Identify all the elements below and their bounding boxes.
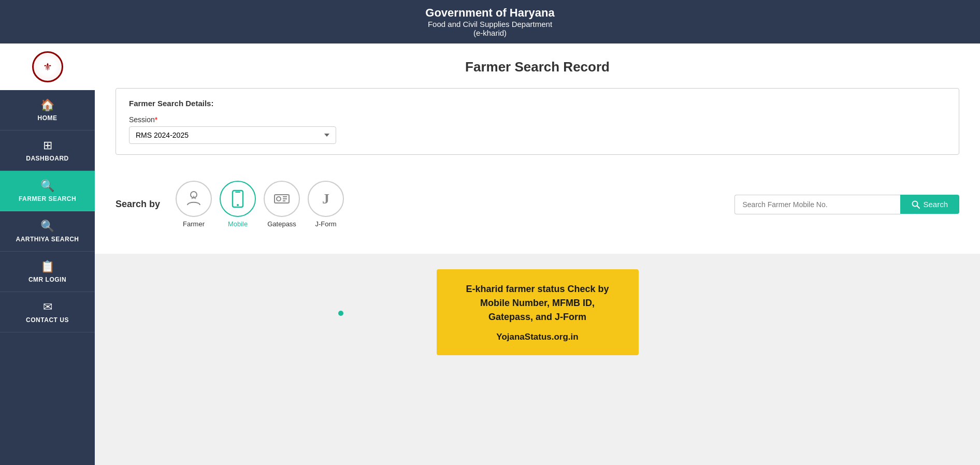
search-options: Farmer Mobile — [176, 181, 344, 228]
home-icon: 🏠 — [40, 98, 54, 112]
svg-line-11 — [917, 206, 920, 208]
sidebar-label-farmer-search: FARMER SEARCH — [19, 195, 76, 202]
dashboard-icon: ⊞ — [43, 139, 52, 152]
session-form-group: Session* RMS 2024-2025 — [129, 115, 946, 144]
sidebar-item-cmr-login[interactable]: 📋 CMR LOGIN — [0, 252, 95, 292]
emblem-icon: ⚜ — [32, 51, 63, 82]
jform-option-circle: J — [308, 181, 344, 217]
sidebar-item-aarthiya-search[interactable]: 🔍 AARTHIYA SEARCH — [0, 211, 95, 252]
ad-text-main: E-kharid farmer status Check by Mobile N… — [452, 282, 623, 324]
sidebar-item-home[interactable]: 🏠 HOME — [0, 90, 95, 130]
gatepass-option-label: Gatepass — [267, 220, 296, 228]
sidebar-label-contact-us: CONTACT US — [26, 316, 69, 324]
sidebar-label-cmr-login: CMR LOGIN — [28, 276, 66, 283]
search-input-area: Search — [734, 195, 959, 214]
svg-point-4 — [237, 204, 239, 206]
jform-option-label: J-Form — [315, 220, 336, 228]
cmr-login-icon: 📋 — [40, 260, 54, 273]
sidebar-item-dashboard[interactable]: ⊞ DASHBOARD — [0, 130, 95, 171]
farmer-option-label: Farmer — [183, 220, 205, 228]
search-button[interactable]: Search — [900, 195, 959, 214]
session-select[interactable]: RMS 2024-2025 — [129, 126, 336, 144]
search-button-label: Search — [923, 200, 948, 209]
search-option-mobile[interactable]: Mobile — [220, 181, 256, 228]
ad-text-sub: YojanaStatus.org.in — [452, 332, 623, 342]
search-option-gatepass[interactable]: Gatepass — [264, 181, 300, 228]
content-inner: Farmer Search Record Farmer Search Detai… — [95, 43, 980, 254]
farmer-option-circle — [176, 181, 212, 217]
sidebar-label-dashboard: DASHBOARD — [26, 155, 69, 162]
farmer-search-icon: 🔍 — [40, 179, 54, 193]
search-details-box: Farmer Search Details: Session* RMS 2024… — [116, 88, 959, 155]
sidebar-logo: ⚜ — [0, 43, 95, 90]
sidebar-item-farmer-search[interactable]: 🔍 FARMER SEARCH — [0, 171, 95, 211]
sidebar-label-home: HOME — [38, 114, 57, 122]
search-option-jform[interactable]: J J-Form — [308, 181, 344, 228]
gov-title: Government of Haryana — [10, 6, 970, 20]
dot-indicator — [338, 311, 343, 316]
main-content: Farmer Search Record Farmer Search Detai… — [95, 43, 980, 465]
sidebar-item-contact-us[interactable]: ✉ CONTACT US — [0, 292, 95, 332]
gray-content: E-kharid farmer status Check by Mobile N… — [95, 254, 980, 435]
search-option-farmer[interactable]: Farmer — [176, 181, 212, 228]
mobile-option-circle — [220, 181, 256, 217]
page-title: Farmer Search Record — [116, 59, 959, 75]
mobile-option-label: Mobile — [228, 220, 248, 228]
sidebar-label-aarthiya-search: AARTHIYA SEARCH — [16, 236, 79, 243]
search-details-title: Farmer Search Details: — [129, 99, 946, 108]
search-by-row: Search by Farmer — [116, 170, 959, 238]
gatepass-option-circle — [264, 181, 300, 217]
svg-rect-3 — [235, 192, 240, 193]
ad-banner: E-kharid farmer status Check by Mobile N… — [437, 269, 639, 355]
gov-sub2: (e-kharid) — [10, 28, 970, 37]
aarthiya-search-icon: 🔍 — [40, 220, 54, 233]
session-label: Session* — [129, 115, 946, 124]
contact-us-icon: ✉ — [43, 300, 52, 314]
search-input[interactable] — [734, 195, 900, 214]
gov-subtitle: Food and Civil Supplies Department — [10, 20, 970, 28]
top-header: Government of Haryana Food and Civil Sup… — [0, 0, 980, 43]
sidebar: ⚜ 🏠 HOME ⊞ DASHBOARD 🔍 FARMER SEARCH 🔍 A… — [0, 43, 95, 465]
search-by-label: Search by — [116, 199, 160, 210]
svg-point-6 — [277, 197, 281, 201]
